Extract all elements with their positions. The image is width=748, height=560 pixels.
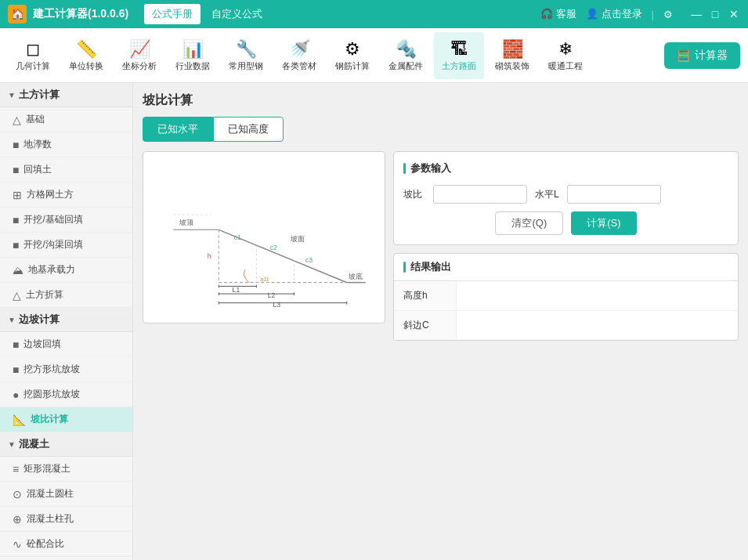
- sidebar-item-excavate-trench[interactable]: ■ 开挖/沟渠回填: [0, 233, 132, 258]
- clear-button[interactable]: 清空(Q): [495, 211, 563, 235]
- svg-text:c2: c2: [270, 244, 277, 251]
- concrete-arrow: ▼: [8, 440, 16, 449]
- sidebar-item-settlement[interactable]: ■ 地㶅数: [0, 132, 132, 157]
- geometry-icon: ◻: [26, 39, 40, 60]
- earthwork-section-label: 土方计算: [19, 88, 60, 102]
- sidebar-section-earthwork[interactable]: ▼ 土方计算: [0, 83, 132, 107]
- result-header-label: 结果输出: [410, 260, 451, 274]
- sidebar-item-rect-concrete[interactable]: ≡ 矩形混凝土: [0, 457, 132, 482]
- svg-text:L3: L3: [273, 301, 281, 309]
- result-section: 结果输出 高度h 斜边C: [393, 253, 739, 341]
- rect-concrete-label: 矩形混凝土: [23, 462, 70, 475]
- slope-backfill-label: 边坡回填: [23, 338, 61, 351]
- content-area: 坡比计算 已知水平 已知高度: [133, 83, 748, 560]
- toolbar-pipes[interactable]: 🚿 各类管材: [274, 32, 324, 79]
- title-bar: 🏠 建工计算器(1.0.0.6) 公式手册 自定义公式 🎧 客服 👤 点击登录 …: [0, 0, 748, 28]
- foundation-icon: △: [13, 114, 21, 126]
- toolbar-hvac[interactable]: ❄ 暖通工程: [540, 32, 591, 79]
- slope-section-label: 边坡计算: [19, 313, 60, 327]
- sidebar-item-bearing[interactable]: ⛰ 地基承载力: [0, 258, 132, 283]
- sidebar-section-concrete[interactable]: ▼ 混凝土: [0, 432, 132, 457]
- menu-custom[interactable]: 自定义公式: [204, 4, 270, 24]
- metal-label: 金属配件: [388, 61, 423, 71]
- steeltype-icon: 🔧: [236, 39, 257, 60]
- backfill-icon: ■: [13, 164, 19, 176]
- sidebar-item-mix-ratio[interactable]: ∿ 砼配合比: [0, 532, 132, 557]
- earthroad-label: 土方路面: [442, 61, 476, 71]
- tab-known-horiz[interactable]: 已知水平: [143, 117, 213, 142]
- sidebar-section-slope[interactable]: ▼ 边坡计算: [0, 308, 132, 332]
- toolbar-unit[interactable]: 📏 单位转换: [61, 32, 111, 79]
- tab-bar: 已知水平 已知高度: [143, 117, 739, 142]
- toolbar-industry[interactable]: 📊 行业数据: [168, 32, 218, 79]
- toolbar-earthroad[interactable]: 🏗 土方路面: [434, 32, 484, 79]
- sidebar: ▼ 土方计算 △ 基础 ■ 地㶅数 ■ 回填土 ⊞ 方格网土方 ■ 开挖/基础回…: [0, 83, 133, 560]
- rect-pit-icon: ■: [13, 363, 19, 376]
- excavate-found-icon: ■: [13, 214, 19, 226]
- sidebar-item-slope-backfill[interactable]: ■ 边坡回填: [0, 332, 132, 357]
- svg-rect-0: [151, 158, 378, 316]
- slope-c-value: [457, 318, 738, 334]
- toolbar-coords[interactable]: 📈 坐标分析: [114, 32, 164, 79]
- login-btn[interactable]: 👤 点击登录: [586, 7, 642, 21]
- sidebar-item-culvert[interactable]: △ 涵洞八字墙: [0, 557, 132, 560]
- hvac-icon: ❄: [558, 39, 573, 60]
- svg-text:坡面: 坡面: [290, 235, 305, 243]
- sidebar-item-fold[interactable]: △ 土方折算: [0, 283, 132, 308]
- concrete-round-label: 混凝土圆柱: [27, 487, 74, 500]
- toolbar-steeltype[interactable]: 🔧 常用型钢: [221, 32, 271, 79]
- sidebar-item-concrete-hole[interactable]: ⊕ 混凝土柱孔: [0, 507, 132, 532]
- steeltype-label: 常用型钢: [229, 61, 263, 71]
- toolbar-masonry[interactable]: 🧱 砌筑装饰: [487, 32, 537, 79]
- service-btn[interactable]: 🎧 客服: [540, 7, 576, 21]
- round-pit-icon: ●: [13, 388, 19, 401]
- svg-text:L1: L1: [233, 286, 240, 294]
- sidebar-item-round-pit[interactable]: ● 挖圆形坑放坡: [0, 382, 132, 407]
- fold-label: 土方折算: [26, 288, 63, 302]
- height-h-value: [457, 288, 738, 304]
- param-header-bar: [403, 163, 406, 174]
- tab-known-height[interactable]: 已知高度: [213, 117, 284, 142]
- svg-text:c3: c3: [305, 256, 313, 264]
- slope-ratio-input[interactable]: [433, 185, 527, 204]
- sidebar-item-slope-ratio[interactable]: 📐 坡比计算: [0, 407, 132, 432]
- settlement-icon: ■: [13, 139, 19, 151]
- rebar-icon: ⚙: [345, 39, 360, 60]
- coords-label: 坐标分析: [122, 61, 157, 71]
- metal-icon: 🔩: [396, 39, 417, 60]
- concrete-hole-label: 混凝土柱孔: [27, 512, 74, 526]
- industry-icon: 📊: [182, 39, 204, 60]
- calc-button[interactable]: 计算(S): [571, 211, 636, 235]
- close-btn[interactable]: ✕: [728, 8, 740, 20]
- svg-text:坡底: 坡底: [348, 273, 363, 280]
- settings-btn[interactable]: ⚙: [663, 9, 673, 20]
- grid-icon: ⊞: [13, 189, 22, 201]
- minimize-btn[interactable]: —: [690, 8, 703, 20]
- mix-ratio-icon: ∿: [13, 538, 22, 551]
- result-header: 结果输出: [394, 254, 738, 281]
- sidebar-item-rect-pit[interactable]: ■ 挖方形坑放坡: [0, 357, 132, 382]
- coords-icon: 📈: [129, 39, 150, 60]
- slope-ratio-label: 坡比计算: [31, 413, 68, 426]
- menu-handbook[interactable]: 公式手册: [144, 4, 201, 24]
- slope-ratio-icon: 📐: [13, 414, 26, 426]
- title-bar-left: 🏠 建工计算器(1.0.0.6): [8, 5, 128, 23]
- slope-ratio-label: 坡比: [403, 188, 425, 201]
- sidebar-item-grid[interactable]: ⊞ 方格网土方: [0, 182, 132, 208]
- concrete-hole-icon: ⊕: [13, 513, 22, 526]
- toolbar-metal[interactable]: 🔩 金属配件: [381, 32, 431, 79]
- sidebar-item-backfill[interactable]: ■ 回填土: [0, 157, 132, 182]
- toolbar-geometry[interactable]: ◻ 几何计算: [8, 32, 58, 79]
- sidebar-item-concrete-round[interactable]: ⊙ 混凝土圆柱: [0, 482, 132, 507]
- rebar-label: 钢筋计算: [335, 61, 370, 71]
- toolbar: ◻ 几何计算 📏 单位转换 📈 坐标分析 📊 行业数据 🔧 常用型钢 🚿 各类管…: [0, 28, 748, 83]
- toolbar-rebar[interactable]: ⚙ 钢筋计算: [327, 32, 378, 79]
- big-calc-button[interactable]: 🧮 计算器: [664, 42, 740, 69]
- sidebar-item-excavate-found[interactable]: ■ 开挖/基础回填: [0, 208, 132, 233]
- maximize-btn[interactable]: □: [709, 8, 721, 20]
- horiz-l-input[interactable]: [567, 185, 661, 204]
- sidebar-item-foundation[interactable]: △ 基础: [0, 107, 132, 132]
- mix-ratio-label: 砼配合比: [27, 537, 64, 551]
- settlement-label: 地㶅数: [23, 138, 52, 151]
- diagram-panel: c1 c2 c3 a1t L1 L2 L3 h 坡顶 坡面: [143, 151, 385, 323]
